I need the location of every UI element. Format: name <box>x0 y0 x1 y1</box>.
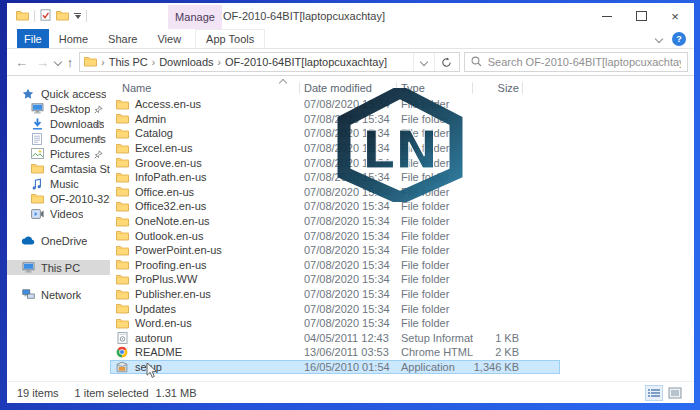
table-row[interactable]: Updates07/08/2020 15:34File folder <box>110 301 560 316</box>
file-type: File folder <box>397 127 473 139</box>
table-row[interactable]: Outlook.en-us07/08/2020 15:34File folder <box>110 228 560 243</box>
refresh-icon[interactable] <box>434 53 459 71</box>
table-row[interactable]: Word.en-us07/08/2020 15:34File folder <box>110 316 560 331</box>
table-row[interactable]: InfoPath.en-us07/08/2020 15:34File folde… <box>110 170 560 185</box>
column-header-size[interactable]: Size <box>473 79 523 97</box>
file-type: File folder <box>397 317 473 329</box>
chevron-down-icon[interactable] <box>655 34 663 42</box>
table-row[interactable]: Groove.en-us07/08/2020 15:34File folder <box>110 155 560 170</box>
sidebar-gap <box>7 221 110 233</box>
file-type: File folder <box>397 186 473 198</box>
sidebar-item-pictures[interactable]: Pictures <box>7 146 110 161</box>
table-row[interactable]: Excel.en-us07/08/2020 15:34File folder <box>110 141 560 156</box>
sidebar-item-desktop[interactable]: Desktop <box>7 101 110 116</box>
forward-button[interactable]: → <box>34 56 51 69</box>
title-bar: Manage OF-2010-64BIT[laptopcuxachtay] × <box>7 3 694 29</box>
sidebar-item-label: OF-2010-32BIT[lap <box>50 193 110 205</box>
table-row[interactable]: PowerPoint.en-us07/08/2020 15:34File fol… <box>110 243 560 258</box>
file-list-pane: Name Date modified Type Size Access.en-u… <box>110 76 694 381</box>
column-header-name[interactable]: Name <box>110 79 300 97</box>
file-name-cell: Office.en-us <box>110 186 300 198</box>
recent-locations-icon[interactable] <box>54 58 62 66</box>
column-header-date-modified[interactable]: Date modified <box>300 79 397 97</box>
sidebar-item-label: Quick access <box>41 88 106 100</box>
folder-icon <box>115 128 129 139</box>
sidebar-item-label: Pictures <box>50 148 90 160</box>
sidebar-quick-access-items: DesktopDownloadsDocumentsPicturesCamtasi… <box>7 101 110 221</box>
address-bar[interactable]: › This PC › Downloads › OF-2010-64BIT[la… <box>79 52 459 72</box>
maximize-button[interactable] <box>624 3 658 29</box>
sidebar-item-downloads[interactable]: Downloads <box>7 116 110 131</box>
details-view-icon[interactable] <box>645 385 663 401</box>
help-icon[interactable]: ? <box>672 32 686 46</box>
sidebar-gap <box>7 248 110 260</box>
file-date-modified: 07/08/2020 15:34 <box>300 215 397 227</box>
view-toggles <box>645 385 684 401</box>
search-input[interactable] <box>488 56 681 68</box>
tab-app-tools[interactable]: App Tools <box>195 29 265 48</box>
tab-view[interactable]: View <box>147 29 191 48</box>
file-name-cell: Publisher.en-us <box>110 288 300 300</box>
sidebar-item-of-2010-32bit-lap[interactable]: OF-2010-32BIT[lap <box>7 191 110 206</box>
table-row[interactable]: ProPlus.WW07/08/2020 15:34File folder <box>110 272 560 287</box>
quick-access-toolbar <box>7 9 87 23</box>
tab-file[interactable]: File <box>17 29 49 48</box>
sidebar-item-documents[interactable]: Documents <box>7 131 110 146</box>
table-row[interactable]: README13/06/2011 03:53Chrome HTML Do...2… <box>110 345 560 360</box>
table-row[interactable]: OneNote.en-us07/08/2020 15:34File folder <box>110 214 560 229</box>
sidebar-item-this-pc[interactable]: This PC <box>7 260 110 275</box>
tab-share[interactable]: Share <box>98 29 147 48</box>
breadcrumb-current-folder[interactable]: OF-2010-64BIT[laptopcuxachtay] <box>225 56 387 68</box>
folder-icon <box>30 163 44 174</box>
table-row[interactable]: Publisher.en-us07/08/2020 15:34File fold… <box>110 287 560 302</box>
table-row[interactable]: Catalog07/08/2020 15:34File folder <box>110 126 560 141</box>
table-row[interactable]: autorun04/05/2011 12:43Setup Information… <box>110 331 560 346</box>
column-header-type[interactable]: Type <box>397 79 473 97</box>
search-box[interactable] <box>464 52 688 72</box>
table-row[interactable]: Admin07/08/2020 15:34File folder <box>110 112 560 127</box>
folder-icon <box>115 113 129 124</box>
file-name-cell: setup <box>110 361 300 373</box>
breadcrumb-this-pc[interactable]: This PC <box>109 56 148 68</box>
table-row[interactable]: Access.en-us07/08/2020 15:34File folder <box>110 97 560 112</box>
file-name-cell: autorun <box>110 332 300 344</box>
table-row[interactable]: setup16/05/2010 01:54Application1,346 KB <box>110 360 560 375</box>
table-row[interactable]: Proofing.en-us07/08/2020 15:34File folde… <box>110 258 560 273</box>
sidebar-item-videos[interactable]: Videos <box>7 206 110 221</box>
sidebar-item-label: This PC <box>41 262 80 274</box>
qat-dropdown-icon[interactable] <box>74 13 81 19</box>
close-button[interactable]: × <box>658 3 692 29</box>
table-row[interactable]: Office32.en-us07/08/2020 15:34File folde… <box>110 199 560 214</box>
file-type: File folder <box>397 98 473 110</box>
breadcrumb-downloads[interactable]: Downloads <box>159 56 213 68</box>
properties-icon[interactable] <box>40 9 51 23</box>
minimize-button[interactable] <box>590 3 624 29</box>
file-name-cell: Outlook.en-us <box>110 230 300 242</box>
file-name-cell: PowerPoint.en-us <box>110 244 300 256</box>
sidebar-item-label: OneDrive <box>41 235 87 247</box>
sidebar-item-network[interactable]: Network <box>7 287 110 302</box>
address-dropdown-icon[interactable] <box>413 53 434 71</box>
documents-icon <box>30 133 44 145</box>
file-name: InfoPath.en-us <box>135 171 207 183</box>
file-type: File folder <box>397 157 473 169</box>
search-icon <box>471 56 482 69</box>
sidebar-item-onedrive[interactable]: OneDrive <box>7 233 110 248</box>
sidebar-item-quick-access[interactable]: Quick access <box>7 86 110 101</box>
file-type: File folder <box>397 113 473 125</box>
thumbnails-view-icon[interactable] <box>666 385 684 401</box>
table-row[interactable]: Office.en-us07/08/2020 15:34File folder <box>110 185 560 200</box>
sidebar-item-music[interactable]: Music <box>7 176 110 191</box>
folder-icon[interactable] <box>16 10 29 23</box>
file-type: File folder <box>397 215 473 227</box>
file-size: 1,346 KB <box>473 361 523 373</box>
tab-manage[interactable]: Manage <box>168 5 222 29</box>
folder-icon[interactable] <box>56 10 69 23</box>
main-area: Quick access DesktopDownloadsDocumentsPi… <box>7 76 694 381</box>
back-button[interactable]: ← <box>13 56 30 69</box>
file-name-cell: Catalog <box>110 127 300 139</box>
tab-home[interactable]: Home <box>49 29 98 48</box>
navigation-pane: Quick access DesktopDownloadsDocumentsPi… <box>7 76 110 381</box>
sidebar-item-camtasia-studio[interactable]: Camtasia Studio <box>7 161 110 176</box>
up-button[interactable]: ↑ <box>65 56 76 69</box>
